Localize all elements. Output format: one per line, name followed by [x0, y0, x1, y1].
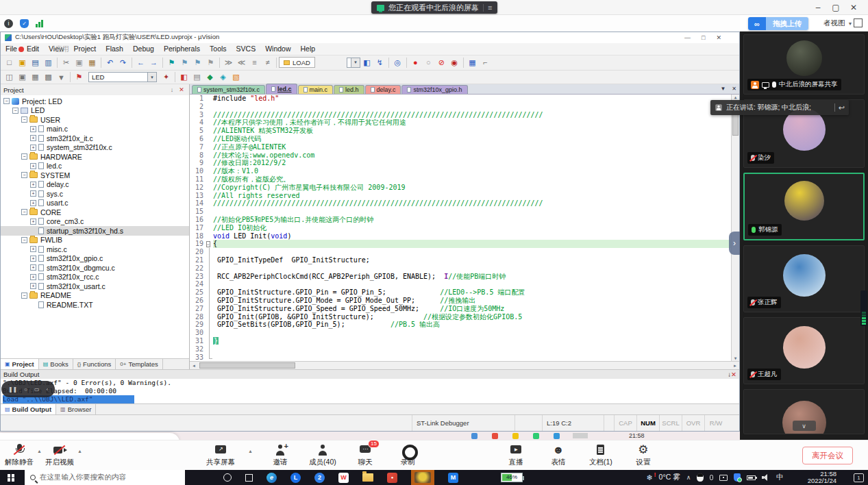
tree-item-main.c[interactable]: +main.c — [1, 125, 189, 134]
tree-item-startup-stm32f10x-hd.s[interactable]: startup_stm32f10x_hd.s — [1, 226, 189, 236]
meeting-button-直播[interactable]: 直播 — [501, 443, 531, 467]
code-line-13[interactable]: 13//All rights reserved — [190, 192, 739, 200]
target-options-icon[interactable]: ✦ — [160, 71, 173, 83]
uvision-minimize-button[interactable]: — — [684, 34, 691, 41]
code-area[interactable]: 1#include "led.h"23/////////////////////… — [190, 95, 739, 361]
lenovo-icon[interactable]: L — [290, 473, 301, 483]
code-line-21[interactable]: 21 GPIO_InitTypeDef GPIO_InitStructure; — [190, 256, 739, 264]
panel-tab-templates[interactable]: 0+Templates — [116, 359, 162, 369]
target-select[interactable]: LED▼ — [88, 72, 157, 82]
menu-window[interactable]: Window — [260, 45, 295, 53]
tree-item-readme.txt[interactable]: README.TXT — [1, 300, 189, 310]
taskbar-search-box[interactable]: 在这里输入你要搜索的内容 — [25, 470, 185, 485]
pause-share-icon[interactable]: ❚❚ — [8, 386, 17, 393]
code-line-12[interactable]: 12//Copyright(C) 广州市星翼电子科技有限公司 2009-2019 — [190, 184, 739, 192]
indent-icon[interactable]: ≫ — [222, 57, 235, 69]
leave-meeting-button[interactable]: 离开会议 — [802, 447, 853, 464]
meeting-app-active[interactable] — [411, 470, 434, 485]
new-file-icon[interactable]: □ — [3, 57, 16, 69]
cortana-button[interactable] — [223, 473, 232, 482]
tree-expander-icon[interactable]: − — [3, 98, 10, 104]
output-tab-browser[interactable]: ▥Browser — [56, 404, 96, 414]
tree-item-stm32f10x-gpio.c[interactable]: +stm32f10x_gpio.c — [1, 254, 189, 264]
meeting-button-开启视频[interactable]: 开启视频 — [45, 443, 75, 467]
meeting-button-文档(1)[interactable]: 文档(1) — [586, 443, 616, 467]
tab-list-dropdown-icon[interactable]: ▼ — [720, 86, 726, 92]
remote-tray-icon[interactable] — [719, 475, 728, 481]
tree-item-project-led[interactable]: −Project: LED — [1, 97, 189, 106]
meeting-button-表情[interactable]: 表情 — [543, 443, 573, 467]
menu-peripherals[interactable]: Peripherals — [159, 45, 205, 53]
tree-expander-icon[interactable]: + — [30, 256, 36, 262]
code-line-6[interactable]: 6//LED驱动代码 — [190, 135, 739, 143]
tree-expander-icon[interactable]: + — [30, 200, 36, 206]
pin-icon[interactable]: ↓ — [167, 86, 177, 93]
code-line-32[interactable]: 32 — [190, 345, 739, 353]
meeting-button-设置[interactable]: 设置 — [628, 443, 658, 467]
taskbar-clock[interactable]: 21:58 2022/1/24 — [808, 471, 836, 484]
scroll-down-chevron[interactable]: ∨ — [793, 421, 816, 431]
code-line-29[interactable]: 29 GPIO_SetBits(GPIOB,GPIO_Pin_5); //PB.… — [190, 321, 739, 329]
collapse-controls-icon[interactable]: ‹ — [46, 386, 48, 393]
close-panel-icon[interactable]: ✕ — [177, 86, 186, 93]
tab-close-icon[interactable]: ✕ — [732, 86, 736, 92]
red-app-icon[interactable]: ● — [387, 473, 397, 483]
tree-expander-icon[interactable]: + — [30, 163, 36, 169]
bp-disable-icon[interactable]: ○ — [422, 57, 435, 69]
edit-icon[interactable]: ◧ — [360, 57, 373, 69]
security-shield-icon[interactable] — [734, 473, 741, 482]
code-line-9[interactable]: 9//修改日期:2012/9/2 — [190, 159, 739, 167]
microphone-tray-icon[interactable] — [710, 475, 713, 480]
filter-icon[interactable]: ◈ — [216, 71, 230, 83]
close-button[interactable]: ✕ — [845, 3, 863, 12]
uvision-close-button[interactable]: ✕ — [716, 34, 721, 41]
tree-item-core-cm3.c[interactable]: +core_cm3.c — [1, 217, 189, 227]
tree-expander-icon[interactable]: + — [30, 219, 36, 225]
code-line-3[interactable]: 3///////////////////////////////////////… — [190, 111, 739, 119]
menu-help[interactable]: Help — [296, 45, 321, 53]
code-line-18[interactable]: 18void LED_Init(void) — [190, 232, 739, 240]
editor-horizontal-scrollbar[interactable]: ◄ ► — [190, 361, 739, 369]
tree-item-hardware[interactable]: −HARDWARE — [1, 152, 189, 162]
code-line-17[interactable]: 17//LED IO初始化 — [190, 224, 739, 232]
output-tab-build-output[interactable]: ▤Build Output — [1, 404, 56, 414]
bp-kill-icon[interactable]: ⊘ — [435, 57, 448, 69]
manage-run-icon[interactable]: ◆ — [203, 71, 216, 83]
code-line-24[interactable]: 24 — [190, 280, 739, 288]
tray-expand-icon[interactable]: ∧ — [686, 474, 691, 481]
save-icon[interactable]: ▤ — [29, 57, 42, 69]
volume-icon[interactable] — [762, 474, 770, 481]
code-line-31[interactable]: 31} — [190, 337, 739, 345]
meeting-button-录制[interactable]: 录制 — [393, 443, 423, 467]
meeting-button-解除静音[interactable]: 解除静音 — [4, 443, 34, 467]
meeting-button-邀请[interactable]: +邀请 — [265, 443, 295, 467]
redo-icon[interactable]: ↷ — [116, 57, 129, 69]
paste-icon[interactable]: ▦ — [86, 57, 99, 69]
back-icon[interactable]: ← — [134, 57, 147, 69]
batch-icon[interactable]: ▩ — [42, 71, 55, 83]
wps-icon[interactable]: W — [338, 473, 349, 483]
code-line-1[interactable]: 1#include "led.h" — [190, 95, 739, 103]
editor-tab-led.c[interactable]: led.c — [266, 84, 297, 94]
jump-icon[interactable]: ↯ — [373, 57, 386, 69]
tree-expander-icon[interactable]: + — [30, 135, 36, 141]
code-line-5[interactable]: 5//ALIENTEK 精英STM32开发板 — [190, 127, 739, 135]
editor-tab-main.c[interactable]: main.c — [298, 85, 334, 94]
info-icon[interactable]: i — [4, 19, 13, 28]
tree-expander-icon[interactable]: − — [21, 237, 27, 243]
tree-item-led[interactable]: −LED — [1, 106, 189, 116]
menu-svcs[interactable]: SVCS — [232, 45, 261, 53]
comment-icon[interactable]: ≡ — [248, 57, 261, 69]
notification-icon[interactable]: 1 — [854, 473, 864, 482]
drag-upload-pill[interactable]: ∞ 拖拽上传 — [748, 17, 808, 30]
tree-item-led.c[interactable]: +led.c — [1, 162, 189, 171]
task-view-button[interactable] — [245, 474, 253, 482]
menu-flash[interactable]: Flash — [101, 45, 128, 53]
scroll-left-arrow[interactable]: ◄ — [190, 364, 198, 368]
tree-item-core[interactable]: −CORE — [1, 208, 189, 217]
shield-icon[interactable]: ✓ — [20, 19, 29, 28]
panel-tab-project[interactable]: ▣Project — [1, 359, 39, 369]
tree-expander-icon[interactable]: + — [30, 190, 36, 197]
participant-tile[interactable]: ∨ — [743, 389, 865, 434]
editor-tab-system_stm32f10x.c[interactable]: system_stm32f10x.c — [192, 85, 265, 94]
